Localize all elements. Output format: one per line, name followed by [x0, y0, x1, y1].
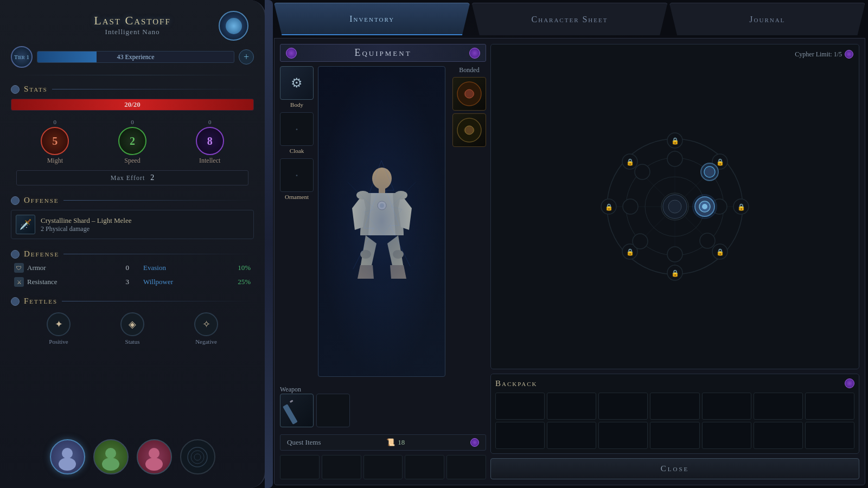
svg-rect-22: [283, 404, 298, 425]
portrait-3[interactable]: [137, 439, 172, 474]
svg-point-8: [194, 454, 201, 460]
cypher-wheel-svg: 🔒 🔒 🔒 🔒 🔒: [599, 131, 751, 282]
svg-text:🔒: 🔒: [626, 248, 634, 256]
resistance-row: ⚔ Resistance 3 Willpower 25%: [11, 275, 254, 289]
equipment-panel: Equipment ⚙ Body · Cloak: [280, 44, 486, 479]
intellect-orb[interactable]: 8: [196, 127, 224, 155]
tab-character-sheet[interactable]: Character Sheet: [471, 3, 667, 35]
backpack-slot-9[interactable]: [547, 422, 596, 449]
bonded-label: Bonded: [452, 66, 486, 74]
fettle-negative-orb: ✧: [194, 312, 218, 336]
fettle-positive-label: Positive: [49, 338, 68, 345]
ornament-label: Ornament: [285, 194, 309, 200]
tab-journal[interactable]: Journal: [669, 3, 865, 35]
portrait-4[interactable]: [180, 439, 215, 474]
svg-point-7: [191, 451, 204, 464]
speed-orb[interactable]: 2: [118, 127, 146, 155]
weapon-slot-1[interactable]: [280, 394, 314, 427]
body-slot[interactable]: ⚙ Body: [280, 66, 314, 108]
char-name: Last Castoff: [94, 14, 171, 28]
cloak-label: Cloak: [290, 147, 304, 154]
close-button[interactable]: Close: [490, 458, 859, 479]
backpack-slot-8[interactable]: [495, 422, 545, 449]
fettle-status-orb: ◈: [120, 312, 144, 336]
bonded-slot-2[interactable]: [452, 113, 486, 147]
weapon-item[interactable]: 🗡️ Crystalline Shard – Light Melee 2 Phy…: [11, 210, 254, 239]
backpack-slot-14[interactable]: [805, 422, 854, 449]
hp-label: 20/20: [124, 100, 141, 109]
fettle-status: ◈ Status: [120, 312, 144, 345]
offense-title: Offense: [24, 196, 59, 205]
backpack-slot-6[interactable]: [754, 393, 803, 420]
max-effort-value: 2: [150, 174, 154, 182]
equip-main-row: ⚙ Body · Cloak · Ornament: [280, 66, 486, 377]
ornament-slot-box: ·: [280, 158, 314, 192]
resistance-value: 3: [113, 278, 129, 286]
backpack-slot-10[interactable]: [598, 422, 648, 449]
defense-title: Defense: [24, 249, 59, 259]
cypher-section: Cypher Limit: 1/5: [490, 44, 859, 369]
body-label: Body: [290, 101, 303, 108]
exp-bar-container: 43 Experience: [37, 51, 234, 63]
quest-slot-2[interactable]: [322, 455, 361, 479]
backpack-slot-5[interactable]: [702, 393, 751, 420]
tab-bar: Inventory Character Sheet Journal: [274, 3, 865, 35]
equipment-header: Equipment: [280, 44, 486, 62]
backpack-slot-3[interactable]: [598, 393, 648, 420]
might-orb[interactable]: 5: [41, 127, 69, 155]
cloak-slot-box: ·: [280, 112, 314, 146]
fettle-icons: ✦ Positive ◈ Status ✧ Negative: [11, 308, 254, 349]
tier-badge: Tier 1: [11, 46, 33, 68]
svg-rect-23: [289, 400, 293, 403]
quest-icon: 📜: [386, 438, 395, 447]
svg-text:🔒: 🔒: [626, 158, 634, 166]
portrait-2[interactable]: [93, 439, 129, 474]
tab-inventory[interactable]: Inventory: [274, 3, 470, 35]
fettles-title: Fettles: [24, 297, 58, 306]
backpack-slot-7[interactable]: [805, 393, 854, 420]
backpack-slot-1[interactable]: [495, 393, 545, 420]
svg-point-49: [704, 166, 715, 177]
equip-gem-left: [286, 48, 297, 59]
fettle-negative-label: Negative: [195, 338, 217, 345]
weapon-name: Crystalline Shard – Light Melee: [41, 216, 132, 225]
bonded-slot-1[interactable]: [452, 77, 486, 111]
exp-bar-fill: [37, 52, 97, 62]
exp-plus-button[interactable]: +: [239, 49, 254, 65]
fettles-line: [62, 301, 254, 301]
party-row: [5, 431, 259, 483]
ornament-slot[interactable]: · Ornament: [280, 158, 314, 200]
offense-header: Offense: [5, 191, 259, 207]
stats-icon: [11, 85, 20, 94]
quest-slot-3[interactable]: [363, 455, 403, 479]
quest-gem: [470, 438, 479, 447]
content-area: Equipment ⚙ Body · Cloak: [274, 38, 865, 485]
hp-bar-container: 20/20: [11, 99, 254, 111]
svg-text:🔒: 🔒: [716, 158, 724, 166]
backpack-slot-2[interactable]: [547, 393, 596, 420]
quest-slot-4[interactable]: [405, 455, 444, 479]
quest-count-value: 18: [398, 438, 405, 447]
backpack-title: Backpack: [495, 379, 538, 388]
cypher-limit-text: Cypher Limit: 1/5: [795, 50, 842, 59]
resistance-icon: ⚔: [14, 277, 24, 287]
backpack-slot-13[interactable]: [754, 422, 803, 449]
left-panel: Last Castoff Intelligent Nano Tier 1 43 …: [0, 0, 266, 488]
quest-slot-5[interactable]: [446, 455, 486, 479]
backpack-gem: [845, 378, 854, 388]
weapon-slot-2[interactable]: [316, 394, 350, 427]
backpack-slot-12[interactable]: [702, 422, 751, 449]
wheel-container: 🔒 🔒 🔒 🔒 🔒: [599, 131, 751, 282]
armor-icon: 🛡: [14, 263, 24, 273]
backpack-slot-4[interactable]: [650, 393, 699, 420]
char-avatar-orb: [219, 11, 248, 41]
cloak-slot[interactable]: · Cloak: [280, 112, 314, 154]
cypher-gem: [845, 50, 853, 59]
svg-point-52: [633, 234, 648, 249]
portrait-1[interactable]: [50, 439, 85, 474]
defense-icon: [11, 250, 20, 259]
backpack-slot-11[interactable]: [650, 422, 699, 449]
svg-point-19: [465, 89, 474, 98]
quest-slot-1[interactable]: [280, 455, 320, 479]
intellect-value: 8: [207, 135, 213, 147]
